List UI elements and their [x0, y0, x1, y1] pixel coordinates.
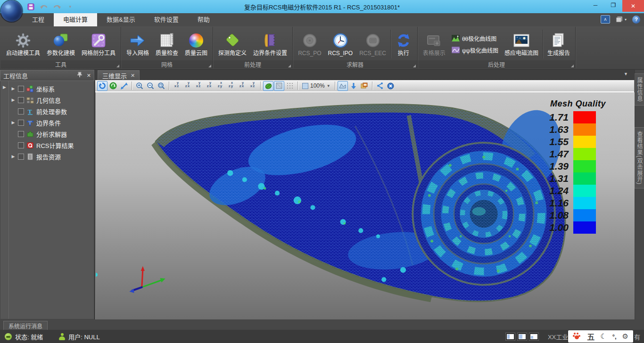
checkbox[interactable]	[18, 131, 24, 137]
tree-item-geometry-info[interactable]: ▶ 几何信息	[9, 94, 94, 106]
group-expand-icon[interactable]	[116, 65, 119, 67]
wireframe-dots-button[interactable]	[285, 81, 295, 91]
layout-bottom-panel-icon[interactable]	[529, 333, 538, 340]
ime-halfwidth-moon-icon[interactable]: ☾	[600, 332, 606, 341]
probe-angle-button[interactable]: 探测角定义	[215, 30, 250, 58]
drop-down-arrow-button[interactable]	[348, 81, 359, 91]
viewport-3d[interactable]: Mesh Quality 1.71 1.63 1.55 1.47	[95, 92, 635, 319]
checkbox[interactable]	[18, 108, 24, 114]
launch-modeling-tool-button[interactable]: 启动建模工具	[3, 30, 43, 58]
table-display-button[interactable]: 表格展示	[420, 30, 449, 58]
cancel-close-button[interactable]	[386, 81, 396, 91]
group-label-solvers: 求解器	[347, 60, 363, 68]
view-orientation-button-2[interactable]: zxy	[182, 81, 193, 91]
tree-item-boundary-conditions[interactable]: ▶ 边界条件	[9, 117, 94, 128]
view-orientation-button-3[interactable]: xzy	[193, 81, 204, 91]
view-orientation-button-6[interactable]: zyx	[226, 81, 236, 91]
document-tab-bar: 三维显示 ✕ ▼	[95, 70, 635, 80]
expander-icon[interactable]: ▶	[11, 98, 16, 102]
group-expand-icon[interactable]	[208, 65, 211, 67]
project-panel-title: 工程信息	[3, 71, 28, 80]
close-button[interactable]: ✕	[622, 0, 644, 12]
zoom-fit-button[interactable]	[156, 81, 166, 91]
execute-button[interactable]: 执行	[392, 30, 415, 58]
pan-arrow-button[interactable]	[119, 81, 129, 91]
checkbox[interactable]	[18, 120, 24, 126]
group-expand-icon[interactable]	[288, 65, 291, 67]
zoom-out-button[interactable]	[145, 81, 156, 91]
group-expand-icon[interactable]	[413, 65, 416, 67]
ime-logo-paw-icon[interactable]	[573, 333, 581, 340]
solver-rcs-po-button[interactable]: RCS_PO	[295, 30, 324, 58]
share-nodes-button[interactable]	[375, 81, 385, 91]
zoom-in-button[interactable]	[134, 81, 145, 91]
tab-3d-display[interactable]: 三维显示 ✕	[98, 70, 140, 80]
solver-rcs-ipo-button[interactable]: RCS_IPO	[324, 30, 356, 58]
minimize-button[interactable]: ─	[586, 0, 604, 10]
quality-cloud-map-button[interactable]: 质量云图	[182, 30, 211, 58]
ribbon-tab-project[interactable]: 工程	[23, 13, 54, 26]
view-orientation-button-1[interactable]: xzy	[172, 81, 182, 91]
tree-item-report-resources[interactable]: ▶ 报告资源	[9, 151, 94, 162]
induced-current-map-button[interactable]: 感应电磁流图	[501, 30, 542, 58]
panel-close-icon[interactable]: ✕	[87, 73, 91, 79]
theta-polarization-curve-button[interactable]: θθ极化曲线图	[449, 34, 501, 43]
boundary-condition-button[interactable]: 边界条件设置	[250, 30, 290, 58]
tab-list-dropdown-icon[interactable]: ▼	[624, 72, 628, 76]
checkbox[interactable]	[18, 86, 24, 92]
zoom-level-control[interactable]: 100% ▼	[300, 82, 332, 89]
project-tree: ▶ 坐标系 ▶ 几何信息 T 前处理	[9, 81, 94, 319]
checkbox[interactable]	[18, 97, 24, 103]
orbit-rotate-button[interactable]	[97, 81, 107, 91]
ribbon-tab-settings[interactable]: 软件设置	[145, 13, 188, 26]
layout-split-panel-icon[interactable]	[518, 333, 527, 340]
view-orientation-button-4[interactable]: zxy	[204, 81, 215, 91]
shaded-view-button[interactable]	[274, 81, 284, 91]
region-select-button[interactable]	[338, 81, 348, 91]
window-controls: ─ ❐ ✕	[586, 0, 644, 13]
help-icon[interactable]: ?	[632, 16, 640, 24]
checkbox[interactable]	[18, 142, 24, 148]
ime-input-mode-button[interactable]: 五	[587, 331, 594, 342]
ime-settings-gear-icon[interactable]: ⚙	[622, 332, 628, 341]
root-expander-icon[interactable]: ▶	[2, 85, 7, 319]
ribbon-collapse-button[interactable]: ˄	[601, 15, 610, 24]
expander-icon[interactable]: ▶	[11, 86, 16, 91]
ribbon-group-postprocess: 表格展示 θθ极化曲线图 ψψ极化曲线图	[418, 27, 576, 68]
meshing-tool-button[interactable]: 网格剖分工具	[78, 30, 119, 58]
expander-icon[interactable]: ▶	[11, 154, 16, 159]
generate-report-button[interactable]: 生成报告	[544, 30, 573, 58]
refresh-view-button[interactable]	[108, 81, 118, 91]
group-expand-icon[interactable]	[571, 65, 574, 67]
tree-item-coordinate-system[interactable]: ▶ 坐标系	[9, 83, 94, 94]
app-logo-icon[interactable]	[1, 0, 22, 22]
tree-item-rcs-results[interactable]: RCS计算结果	[9, 139, 94, 151]
view-results-tab[interactable]: 查看结果(双击展开)	[634, 127, 644, 188]
ribbon-tab-em-compute[interactable]: 电磁计算	[54, 13, 97, 26]
checkbox[interactable]	[18, 154, 24, 160]
parametric-modeling-button[interactable]: 参数化建模	[43, 30, 78, 58]
tab-close-icon[interactable]: ✕	[131, 73, 135, 79]
layout-left-panel-icon[interactable]	[506, 333, 515, 340]
tree-item-preprocess-params[interactable]: T 前处理参数	[9, 106, 94, 117]
psi-polarization-curve-button[interactable]: ψψ极化曲线图	[449, 46, 501, 55]
import-mesh-button[interactable]: 导入网格	[123, 30, 152, 58]
ribbon-tab-data-display[interactable]: 数据&显示	[97, 13, 145, 26]
tree-item-analysis-solver[interactable]: 分析求解器	[9, 128, 94, 139]
smooth-shading-button[interactable]	[263, 81, 273, 91]
expander-icon[interactable]: ▶	[11, 120, 16, 125]
solver-rcs-eec-button[interactable]: RCS_EEC	[356, 30, 389, 58]
layers-button[interactable]	[359, 81, 370, 91]
view-orientation-button-7[interactable]: zxy	[237, 81, 247, 91]
window-list-button[interactable]: ▾	[616, 16, 627, 23]
system-messages-tab[interactable]: 系统运行消息	[3, 321, 48, 330]
maximize-button[interactable]: ❐	[604, 0, 622, 10]
view-orientation-button-8[interactable]: xzy	[248, 81, 258, 91]
zoom-level-dropdown-icon[interactable]: ▼	[327, 84, 330, 88]
ribbon-tab-help[interactable]: 帮助	[188, 13, 219, 26]
view-orientation-button-5[interactable]: zyx	[215, 81, 225, 91]
pin-icon[interactable]	[77, 72, 82, 79]
ime-punctuation-button[interactable]: °,	[612, 333, 617, 340]
quality-check-button[interactable]: 质量检查	[152, 30, 182, 58]
properties-info-tab[interactable]: 属性信息	[634, 74, 644, 106]
